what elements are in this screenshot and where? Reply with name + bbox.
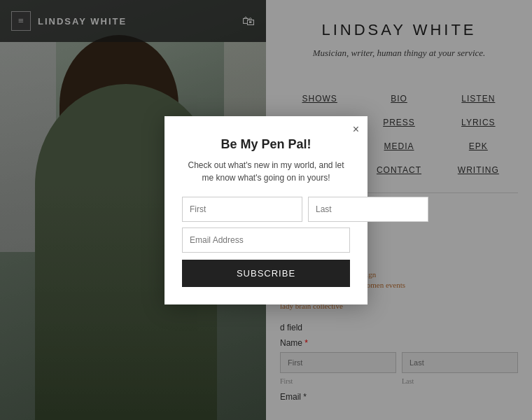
popup-title: Be My Pen Pal! [182, 137, 350, 152]
popup-email-input[interactable] [182, 227, 350, 253]
popup-first-input[interactable] [182, 197, 302, 222]
popup-close-button[interactable]: × [353, 123, 359, 136]
popup-subtitle: Check out what's new in my world, and le… [182, 159, 350, 184]
popup-overlay[interactable]: × Be My Pen Pal! Check out what's new in… [0, 0, 532, 420]
popup-last-input[interactable] [308, 197, 428, 222]
popup-subscribe-button[interactable]: Subscribe [182, 260, 350, 287]
popup-modal: × Be My Pen Pal! Check out what's new in… [164, 116, 368, 304]
popup-name-row [182, 197, 350, 222]
